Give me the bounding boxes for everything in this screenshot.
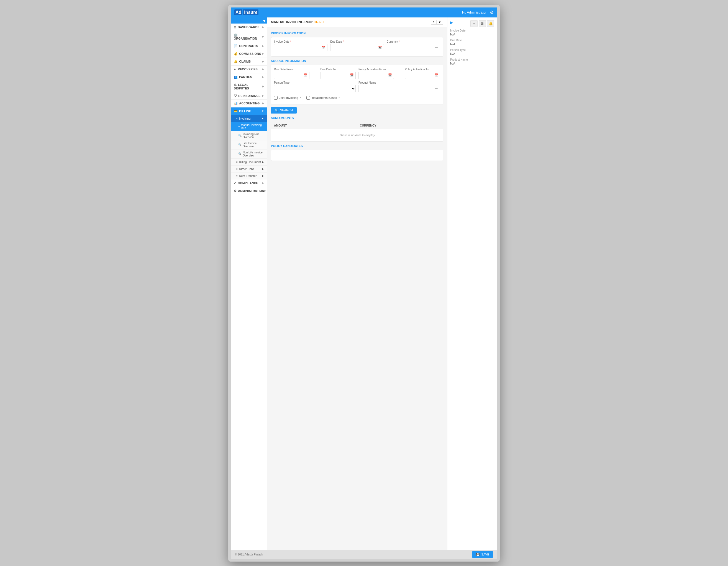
due-date-field[interactable] (330, 46, 376, 49)
calendar-icon[interactable]: 📅 (386, 73, 394, 77)
table-header: AMOUNT CURRENCY (271, 122, 443, 129)
sidebar-item-recoveries[interactable]: ↩RECOVERIES ▶ (231, 66, 267, 73)
right-person-type-value: N/A (450, 52, 494, 55)
organisation-icon: 🏢 (234, 33, 238, 37)
policy-candidates-title: POLICY CANDIDATES (271, 144, 443, 148)
more-icon[interactable]: ••• (433, 87, 440, 90)
due-date-from-input[interactable]: 📅 (274, 72, 309, 79)
search-icon: 🔍 (238, 143, 242, 146)
source-info-card: Due Date From 📅 — Due Date To (271, 65, 443, 104)
policy-activation-to-input[interactable]: 📅 (405, 72, 440, 79)
invoice-date-field[interactable] (274, 46, 320, 49)
sidebar-item-administration[interactable]: ⚙ADMINISTRATION ▶ (231, 187, 267, 195)
invoicing-icon: ≡ (236, 117, 238, 120)
right-due-date-value: N/A (450, 42, 494, 46)
right-invoice-date-value: N/A (450, 33, 494, 36)
sidebar-item-parties[interactable]: 👥PARTIES ▶ (231, 73, 267, 81)
contracts-icon: 📄 (234, 44, 238, 48)
content-header: MANUAL INVOICING RUN: DRAFT 1 ▼ (267, 17, 447, 27)
sidebar-item-accounting[interactable]: 📊ACCOUNTING ▶ (231, 100, 267, 108)
calendar-icon[interactable]: 📅 (302, 73, 309, 77)
sidebar-item-manual-invoicing-run[interactable]: + Manual Invoicing Run (231, 122, 267, 131)
search-icon: 🔍 (275, 109, 279, 112)
sidebar-item-non-life-invoice-overview[interactable]: 🔍 Non Life Invoice Overview (231, 150, 267, 159)
accounting-icon: 📊 (234, 102, 238, 105)
due-date-to-field[interactable] (321, 74, 348, 77)
sidebar-toggle[interactable]: ◀ (231, 17, 267, 24)
commissions-icon: 💰 (234, 52, 238, 55)
grid-view-icon[interactable]: ⊞ (479, 20, 486, 27)
user-menu[interactable]: Hi, Administrator (462, 11, 486, 14)
pagination-prev[interactable]: 1 (431, 20, 436, 24)
installments-based-checkbox[interactable] (306, 96, 310, 100)
sidebar-item-direct-debit[interactable]: ≡ Direct Debit ▶ (231, 166, 267, 173)
product-name-input[interactable]: ••• (358, 85, 440, 92)
sidebar-item-billing-document[interactable]: ≡ Billing Document ▶ (231, 159, 267, 166)
bell-icon[interactable]: 🔔 (487, 20, 494, 27)
more-icon[interactable]: ••• (433, 46, 440, 49)
search-button[interactable]: 🔍 SEARCH (271, 107, 297, 114)
no-data-message: There is no data to display (271, 129, 443, 141)
chevron-right-icon: ▶ (264, 190, 266, 192)
sidebar-item-claims[interactable]: 🔔CLAIMS ▶ (231, 58, 267, 66)
legal-icon: ⚖ (234, 83, 237, 86)
chevron-right-icon: ▶ (262, 85, 264, 88)
pagination-next[interactable]: ▼ (436, 20, 443, 24)
person-type-label: Person Type (274, 81, 356, 84)
sidebar-item-debt-transfer[interactable]: ≡ Debt Transfer ▶ (231, 173, 267, 180)
sidebar-item-legal-disputes[interactable]: ⚖LEGAL DISPUTES ▶ (231, 81, 267, 92)
joint-invoicing-checkbox[interactable] (274, 96, 278, 100)
sidebar-item-organisation[interactable]: 🏢ORGANISATION ▶ (231, 31, 267, 42)
currency-field[interactable] (387, 46, 434, 49)
invoice-date-label: Invoice Date * (274, 40, 327, 43)
sidebar-item-dashboards[interactable]: ⊞DASHBOARDS ▶ (231, 24, 267, 31)
amount-col-header: AMOUNT (271, 122, 357, 129)
joint-invoicing-label[interactable]: Joint Invoicing * (274, 96, 301, 100)
person-type-group: Person Type (274, 81, 356, 92)
list-view-icon[interactable]: ≡ (470, 20, 478, 27)
sum-amounts-table: AMOUNT CURRENCY There is no data to disp… (271, 122, 443, 142)
sidebar-item-life-invoice-overview[interactable]: 🔍 Life Invoice Overview (231, 140, 267, 150)
calendar-icon[interactable]: 📅 (348, 73, 355, 77)
currency-group: Currency * ••• (387, 40, 440, 51)
installments-based-label[interactable]: Installments Based * (306, 96, 340, 100)
calendar-icon[interactable]: 📅 (433, 73, 440, 77)
status-badge: DRAFT (314, 20, 325, 24)
policy-activation-to-field[interactable] (405, 74, 433, 77)
sidebar-item-invoicing-run-overview[interactable]: 🔍 Invoicing Run Overview (231, 131, 267, 140)
save-button[interactable]: 💾 SAVE (472, 551, 493, 558)
sidebar-item-reinsurance[interactable]: 🛡REINSURANCE ▶ (231, 92, 267, 100)
sidebar-item-compliance[interactable]: ✓COMPLIANCE ▶ (231, 180, 267, 187)
currency-input[interactable]: ••• (387, 44, 440, 51)
product-name-label: Product Name (358, 81, 440, 84)
chevron-right-icon: ▶ (262, 168, 264, 170)
calendar-icon[interactable]: 📅 (320, 46, 327, 49)
sidebar-item-contracts[interactable]: 📄CONTRACTS ▶ (231, 42, 267, 50)
page-title: MANUAL INVOICING RUN: DRAFT (271, 20, 325, 24)
parties-icon: 👥 (234, 75, 238, 79)
settings-icon[interactable]: ⚙ (490, 10, 494, 15)
recoveries-icon: ↩ (234, 68, 236, 71)
sidebar-item-commissions[interactable]: 💰COMMISSIONS ▶ (231, 50, 267, 58)
person-type-select[interactable] (274, 85, 356, 92)
currency-label: Currency * (387, 40, 440, 43)
pagination[interactable]: 1 ▼ (431, 20, 443, 25)
right-panel-icons: ≡ ⊞ 🔔 (470, 20, 494, 27)
due-date-input[interactable]: 📅 (330, 44, 384, 51)
due-date-from-field[interactable] (274, 74, 302, 77)
product-name-field[interactable] (359, 87, 433, 90)
right-product-name-field: Product Name N/A (450, 58, 494, 65)
form-area: INVOICE INFORMATION Invoice Date * (267, 27, 447, 167)
due-date-to-label: Due Date To (321, 68, 356, 71)
sidebar-item-invoicing[interactable]: ≡ Invoicing ▼ (231, 115, 267, 122)
sidebar-item-billing[interactable]: 💳BILLING ▼ (231, 108, 267, 115)
policy-activation-from-field[interactable] (359, 74, 386, 77)
sum-amounts-title: SUM AMOUNTS (271, 116, 443, 120)
policy-activation-from-input[interactable]: 📅 (358, 72, 394, 79)
right-sidebar-toggle[interactable]: ▶ (450, 20, 453, 25)
calendar-icon[interactable]: 📅 (376, 46, 384, 49)
product-name-group: Product Name ••• (358, 81, 440, 92)
due-date-to-input[interactable]: 📅 (321, 72, 356, 79)
invoice-date-input[interactable]: 📅 (274, 44, 327, 51)
policy-activation-to-label: Policy Activation To (405, 68, 440, 71)
